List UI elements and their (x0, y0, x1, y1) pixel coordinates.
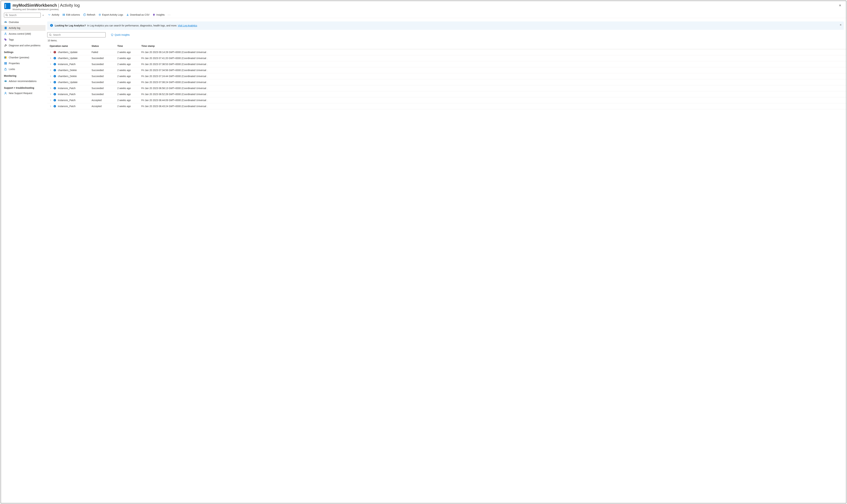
activity-log-icon (4, 26, 7, 30)
operation-name: chambers_Delete (58, 69, 77, 72)
info-icon (53, 99, 56, 102)
refresh-button[interactable]: Refresh (83, 13, 95, 16)
chamber-icon (4, 56, 7, 59)
edit-columns-button[interactable]: Edit columns (62, 13, 80, 16)
time-cell: 2 weeks ago (116, 97, 140, 103)
time-cell: 2 weeks ago (116, 85, 140, 91)
info-icon (53, 69, 56, 72)
quick-insights-button[interactable]: Quick Insights (111, 34, 130, 36)
nav-group-header: Settings (1, 48, 46, 55)
status-cell: Succeeded (90, 79, 116, 85)
column-header-operation[interactable]: Operation name (47, 43, 90, 49)
search-icon (49, 34, 52, 36)
info-icon (50, 24, 53, 27)
download-csv-button[interactable]: Download as CSV (126, 13, 150, 16)
expand-row-icon[interactable] (50, 75, 52, 77)
operation-name: chambers_Update (58, 51, 77, 54)
sidebar-item-label: Properties (9, 62, 20, 65)
expand-row-icon[interactable] (50, 105, 52, 107)
expand-row-icon[interactable] (50, 63, 52, 65)
table-row[interactable]: chambers_UpdateSucceeded2 weeks agoFri J… (47, 55, 846, 61)
close-button[interactable]: ✕ (837, 3, 843, 8)
diagnose-icon (4, 44, 7, 47)
activity-filter-button[interactable]: Activity (48, 13, 59, 16)
status-cell: Succeeded (90, 73, 116, 79)
sidebar-search[interactable] (4, 13, 41, 18)
table-row[interactable]: instances_PatchSucceeded2 weeks agoFri J… (47, 85, 846, 91)
status-cell: Succeeded (90, 85, 116, 91)
operation-name: chambers_Update (58, 81, 77, 84)
refresh-icon (83, 13, 86, 16)
table-row[interactable]: chambers_UpdateFailed2 weeks agoFri Jan … (47, 49, 846, 55)
expand-row-icon[interactable] (50, 81, 52, 83)
chevron-down-icon (48, 13, 51, 16)
time-cell: 2 weeks ago (116, 91, 140, 97)
more-commands-button[interactable]: ··· (168, 13, 171, 16)
column-header-status[interactable]: Status (90, 43, 116, 49)
table-row[interactable]: instances_PatchAccepted2 weeks agoFri Ja… (47, 103, 846, 109)
page-title: myModSimWorkbench | Activity log (13, 3, 837, 8)
status-cell: Accepted (90, 103, 116, 109)
info-icon (53, 57, 56, 59)
operation-name: instances_Patch (58, 99, 75, 102)
sidebar-item-chamber-preview[interactable]: Chamber (preview) (1, 55, 46, 60)
table-row[interactable]: chambers_UpdateSucceeded2 weeks agoFri J… (47, 79, 846, 85)
sidebar-search-input[interactable] (9, 14, 39, 17)
activity-log-search[interactable] (47, 32, 106, 37)
sidebar-item-label: New Support Request (9, 92, 32, 94)
sidebar-item-properties[interactable]: Properties (1, 60, 46, 66)
blade-header: myModSimWorkbench | Activity log Modelin… (1, 1, 846, 12)
expand-row-icon[interactable] (50, 93, 52, 95)
export-activity-logs-button[interactable]: Export Activity Logs (99, 13, 123, 16)
visit-log-analytics-link[interactable]: Visit Log Analytics (178, 24, 197, 27)
locks-icon (4, 68, 7, 71)
sidebar-item-label: Overview (9, 21, 19, 23)
expand-row-icon[interactable] (50, 57, 52, 59)
sidebar-item-activity-log[interactable]: Activity log (1, 25, 46, 31)
timestamp-cell: Fri Jan 20 2023 07:38:53 GMT+0000 (Coord… (140, 61, 846, 67)
collapse-sidebar-button[interactable]: « (42, 14, 44, 17)
table-row[interactable]: instances_PatchSucceeded2 weeks agoFri J… (47, 61, 846, 67)
expand-row-icon[interactable] (50, 99, 52, 101)
error-icon (53, 51, 56, 54)
banner-title: Looking for Log Analytics? (55, 24, 86, 27)
expand-row-icon[interactable] (50, 51, 52, 53)
sidebar-item-tags[interactable]: Tags (1, 37, 46, 42)
column-header-timestamp[interactable]: Time stamp (140, 43, 846, 49)
resource-type-subtitle: Modeling and Simulation Workbench (previ… (13, 8, 837, 11)
banner-close-button[interactable]: ✕ (840, 23, 842, 26)
activity-log-search-input[interactable] (53, 34, 104, 36)
sidebar-item-label: Access control (IAM) (9, 32, 31, 35)
insights-button[interactable]: Insights (153, 13, 165, 16)
sidebar-item-label: Advisor recommendations (9, 80, 37, 83)
table-row[interactable]: chambers_DeleteSucceeded2 weeks agoFri J… (47, 67, 846, 73)
sidebar-item-advisor-recommendations[interactable]: Advisor recommendations (1, 78, 46, 84)
operation-name: instances_Patch (58, 105, 75, 108)
table-row[interactable]: instances_PatchAccepted2 weeks agoFri Ja… (47, 97, 846, 103)
expand-row-icon[interactable] (50, 69, 52, 71)
status-cell: Succeeded (90, 67, 116, 73)
table-row[interactable]: chambers_DeleteSucceeded2 weeks agoFri J… (47, 73, 846, 79)
status-cell: Succeeded (90, 55, 116, 61)
nav-group-header: Support + troubleshooting (1, 84, 46, 90)
sidebar-item-access-control-iam[interactable]: Access control (IAM) (1, 31, 46, 37)
column-header-time[interactable]: Time (116, 43, 140, 49)
table-row[interactable]: instances_PatchSucceeded2 weeks agoFri J… (47, 91, 846, 97)
lightbulb-outline-icon (111, 34, 114, 36)
sidebar-item-locks[interactable]: Locks (1, 66, 46, 72)
nav-group-header: Monitoring (1, 72, 46, 78)
sidebar-item-overview[interactable]: Overview (1, 19, 46, 25)
tags-icon (4, 38, 7, 41)
info-icon (53, 105, 56, 108)
status-cell: Failed (90, 49, 116, 55)
info-icon (53, 63, 56, 66)
sidebar-item-new-support-request[interactable]: New Support Request (1, 90, 46, 96)
timestamp-cell: Fri Jan 20 2023 07:24:44 GMT+0000 (Coord… (140, 73, 846, 79)
download-icon (126, 13, 129, 16)
expand-row-icon[interactable] (50, 87, 52, 89)
sidebar-item-label: Chamber (preview) (9, 56, 29, 59)
sidebar-item-diagnose-and-solve-problems[interactable]: Diagnose and solve problems (1, 42, 46, 48)
columns-icon (62, 13, 65, 16)
operation-name: chambers_Update (58, 57, 77, 59)
time-cell: 2 weeks ago (116, 55, 140, 61)
